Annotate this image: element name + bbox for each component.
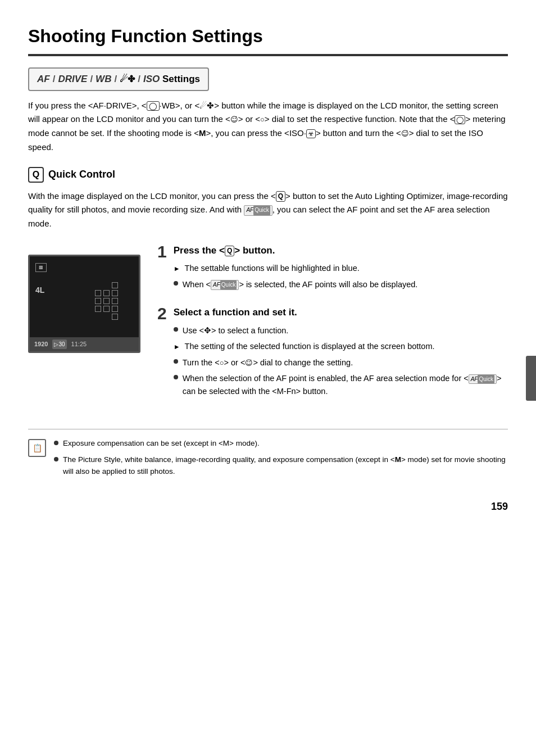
note-bullet-1 [54,441,58,445]
note-1-text: Exposure compensation can be set (except… [63,438,260,450]
page-number: 159 [28,499,508,514]
special-mode-symbol: ☄✤ [120,73,135,86]
step-2-bullet-4: When the selection of the AF point is en… [174,372,508,397]
af-quick-inline-2: AFQuick [469,374,497,384]
circle-bullet-icon [174,281,178,286]
note-2-text: The Picture Style, white balance, image-… [63,454,508,478]
circle-bullet-icon-4 [174,375,178,379]
lcd-screen-image: ▩ [28,255,140,353]
page-title: Shooting Function Settings [28,22,508,56]
q-button-icon: Q [225,246,234,256]
step-2: 2 Select a function and set it. Use <✥> … [157,305,508,401]
step-1-bullet-1-text: The settable functions will be highlight… [185,262,360,274]
step-2-bullet-2-text: The setting of the selected function is … [185,340,435,352]
quick-control-intro: With the image displayed on the LCD moni… [28,189,508,231]
note-bullet-2 [54,457,58,461]
step-2-title: Select a function and set it. [174,305,508,320]
quick-control-title: Quick Control [48,167,115,182]
af-drive-label: AF [37,72,50,87]
step-2-bullet-1-text: Use <✥> to select a function. [183,324,289,337]
step-2-bullet-4-text: When the selection of the AF point is en… [183,372,508,397]
step-1-bullet-2-text: When <AFQuick> is selected, the AF point… [183,278,418,291]
note-icon: 📋 [28,439,46,457]
notes-list: Exposure compensation can be set (except… [54,438,508,482]
iso-label: ISO [143,72,160,87]
step-1-title: Press the <Q> button. [174,243,418,258]
step-2-bullet-3-text: Turn the <○> or <☺̇> dial to change the … [183,356,353,369]
af-quick-inline: AFQuick [211,280,239,290]
note-1: Exposure compensation can be set (except… [54,438,508,450]
step-1-bullet-2: When <AFQuick> is selected, the AF point… [174,278,418,291]
q-inline-icon: Q [276,191,285,202]
drive-label: DRIVE [58,72,87,87]
step-2-bullets: Use <✥> to select a function. ► The sett… [174,324,508,397]
step-2-bullet-1: Use <✥> to select a function. [174,324,508,337]
af-quick-badge: AFQuick [244,205,272,216]
triangle-bullet-icon-2: ► [174,342,180,352]
section1-header: AF / DRIVE / WB / ☄✤ / ISO Settings [28,67,209,91]
side-tab [526,356,536,401]
settings-label: Settings [160,72,200,87]
circle-bullet-icon-2 [174,327,178,332]
triangle-bullet-icon: ► [174,264,180,274]
steps-container: ▩ [28,243,508,412]
steps-content: 1 Press the <Q> button. ► The settable f… [157,243,508,412]
note-symbol: 📋 [33,442,42,454]
section1-body: If you press the <AF·DRIVE>, <◯·WB>, or … [28,99,508,155]
step-2-bullet-2: ► The setting of the selected function i… [174,340,508,352]
step-1-bullet-1: ► The settable functions will be highlig… [174,262,418,274]
step-2-number: 2 [157,305,167,322]
step-2-bullet-3: Turn the <○> or <☺̇> dial to change the … [174,356,508,369]
quick-control-section-header: Q Quick Control [28,167,508,183]
notes-section: 📋 Exposure compensation can be set (exce… [28,429,508,482]
step-1: 1 Press the <Q> button. ► The settable f… [157,243,508,294]
step-1-number: 1 [157,243,167,260]
wb-label: WB [96,72,111,87]
step-1-bullets: ► The settable functions will be highlig… [174,262,418,291]
note-2: The Picture Style, white balance, image-… [54,454,508,478]
circle-bullet-icon-3 [174,359,178,364]
q-icon: Q [28,167,44,183]
